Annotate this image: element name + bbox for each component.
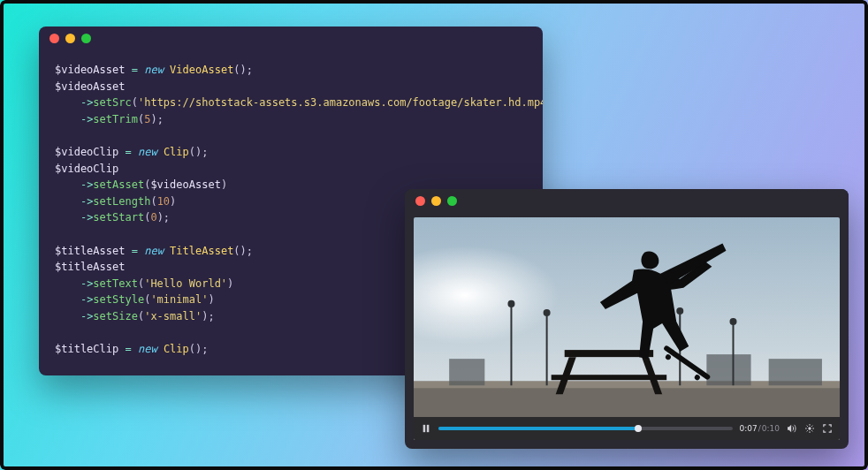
code-token: Clip [164,146,189,158]
code-token: setLength [93,195,150,208]
video-window-titlebar [405,189,849,212]
video-frame[interactable]: 0:07/0:10 [414,217,840,440]
minimize-icon[interactable] [431,196,441,206]
fullscreen-icon[interactable] [822,423,833,434]
close-icon[interactable] [49,34,59,43]
svg-point-14 [730,319,735,324]
code-token: setText [93,277,138,290]
video-controls: 0:07/0:10 [414,417,840,440]
volume-icon[interactable] [787,423,797,434]
code-token: $videoClip [55,163,118,175]
video-thumbnail [414,217,840,440]
code-token: TitleAsset [170,245,233,257]
code-token: = [125,146,131,158]
svg-point-22 [808,427,811,429]
code-token: = [132,64,138,76]
svg-rect-21 [427,425,430,432]
svg-rect-16 [552,375,667,380]
code-token: 'https://shotstack-assets.s3.amazonaws.c… [138,96,543,109]
code-token: 'Hello World' [144,277,227,290]
settings-icon[interactable] [804,423,815,434]
code-token: = [125,343,131,355]
code-token: setTrim [93,113,138,125]
svg-rect-6 [769,359,822,385]
svg-rect-20 [423,425,426,432]
code-token: setAsset [93,178,144,191]
progress-knob[interactable] [635,425,642,432]
svg-point-8 [508,301,514,307]
code-token: $titleAsset [55,245,125,257]
code-token: new [144,64,164,76]
svg-rect-4 [449,359,484,385]
code-token: Clip [164,343,189,355]
code-token: $titleAsset [55,261,125,273]
code-token: 'x-small' [144,310,202,322]
svg-point-10 [544,310,550,315]
code-token: new [144,245,164,257]
close-icon[interactable] [415,196,425,206]
code-token: $videoAsset [55,80,125,93]
code-token: $titleClip [55,343,118,355]
code-token: setStart [93,211,144,224]
code-token: setSize [93,310,138,322]
maximize-icon[interactable] [81,34,91,43]
code-token: setStyle [93,293,144,306]
time-total: 0:10 [762,424,780,433]
minimize-icon[interactable] [65,34,75,43]
code-token: $videoAsset [55,64,125,76]
progress-fill [438,427,638,430]
code-token: 10 [157,195,170,208]
code-token: 'minimal' [150,293,208,306]
pause-icon[interactable] [421,423,431,434]
time-elapsed: 0:07 [740,424,758,433]
progress-track[interactable] [438,427,733,430]
code-token: setSrc [93,96,131,109]
video-player-window: 0:07/0:10 [405,189,849,449]
code-token: new [138,146,157,158]
code-token: $videoAsset [150,178,220,191]
code-token: 0 [150,211,156,224]
code-token: = [132,245,138,257]
time-display: 0:07/0:10 [740,424,780,433]
svg-point-12 [677,308,682,314]
code-token: $videoClip [55,146,118,158]
code-token: new [138,343,157,355]
code-token: VideoAsset [170,64,233,76]
svg-rect-5 [706,354,750,385]
code-window-titlebar [39,27,543,49]
maximize-icon[interactable] [447,196,457,206]
